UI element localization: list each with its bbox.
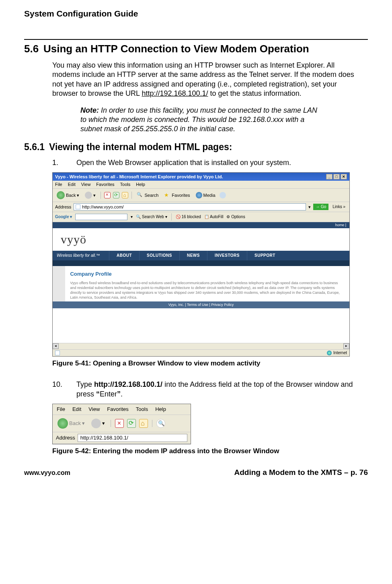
page-footer: www.vyyo.com Adding a Modem to the XMTS … [24,468,368,478]
address-dropdown[interactable]: ▾ [308,204,311,210]
vyyo-subbar [53,260,349,266]
note-label: Note: [80,106,99,114]
back-label: Back [69,420,81,427]
step-text: Open the Web Browser application that is… [76,158,360,167]
refresh-icon[interactable] [113,192,119,198]
subsection-title: Viewing the internal modem HTML pages: [49,141,232,153]
vyyo-top-link[interactable]: home | [53,222,349,228]
zone-label: Internet [333,351,347,355]
forward-button[interactable]: ▾ [83,191,97,200]
menu-tools[interactable]: Tools [136,406,148,413]
note-block: Note: In order to use this facility, you… [80,106,320,134]
address-label: Address [56,435,75,441]
nav-investors[interactable]: INVESTORS [207,251,247,260]
search-button[interactable]: Search [135,191,160,199]
company-profile-text: Vyyo offers fixed wireless broadband end… [70,281,345,300]
google-dropdown[interactable]: ▾ [131,215,133,219]
modem-url: http://192.168.100.1/ [142,89,208,97]
refresh-icon[interactable] [127,419,136,428]
google-searchweb-button[interactable]: 🔍 Search Web ▾ [136,215,167,219]
ie-addressbar: Address http://www.vyyo.com/ ▾ → Go Link… [53,202,349,212]
ie-menubar: File Edit View Favorites Tools Help [53,181,349,189]
nav-support[interactable]: SUPPORT [247,251,283,260]
go-label: Go [321,204,326,209]
subsection-heading: 5.6.1 Viewing the internal modem HTML pa… [24,141,368,153]
address-input[interactable]: http://192.168.100.1/ [78,434,187,442]
scroll-right-icon[interactable]: ▸ [343,343,349,349]
section-heading: 5.6 Using an HTTP Connection to View Mod… [24,42,368,56]
google-options[interactable]: ⚙ Options [226,215,245,219]
search-icon[interactable] [156,419,165,428]
menu-help[interactable]: Help [155,406,166,413]
section-number: 5.6 [24,42,43,56]
ie-titlebar[interactable]: Vyyo - Wireless liberty for all - Micros… [53,173,349,181]
step-text: Type http://192.168.100.1/ into the Addr… [76,380,360,399]
section-paragraph: You may also view this information using… [52,61,360,99]
search-label: Search [144,193,158,198]
menu-view[interactable]: View [88,406,100,413]
vyyo-main: Company Profile Vyyo offers fixed wirele… [65,266,349,301]
horizontal-scrollbar[interactable]: ◂ ▸ [53,343,349,349]
section-title: Using an HTTP Connection to View Modem O… [43,42,309,56]
menu-edit[interactable]: Edit [68,182,76,187]
address-value: http://192.168.100.1/ [80,435,128,441]
forward-icon [85,192,92,199]
menu-favorites[interactable]: Favorites [107,406,128,413]
step-10: 10. Type http://192.168.100.1/ into the … [52,380,360,399]
separator [131,192,132,199]
nav-solutions[interactable]: SOLUTIONS [139,251,179,260]
search-icon [137,192,143,198]
nav-about[interactable]: ABOUT [109,251,139,260]
back-button[interactable]: Back ▾ [56,417,86,429]
close-button[interactable]: ✕ [341,174,347,180]
minimize-button[interactable]: _ [326,174,332,180]
menu-edit[interactable]: Edit [72,406,81,413]
favorites-button[interactable]: Favorites [162,191,191,199]
go-button[interactable]: → Go [313,204,328,210]
google-logo: Google ▾ [55,215,72,219]
links-button[interactable]: Links » [331,204,347,209]
menu-help[interactable]: Help [136,182,145,187]
vyyo-body: Company Profile Vyyo offers fixed wirele… [53,266,349,301]
ie-addressbar: Address http://192.168.100.1/ [53,432,191,444]
menu-tools[interactable]: Tools [120,182,131,187]
menu-file[interactable]: File [57,406,65,413]
google-search-input[interactable] [75,214,127,220]
address-input[interactable]: http://www.vyyo.com/ [74,203,306,210]
stop-icon[interactable] [104,192,111,198]
page-icon [55,351,60,355]
maximize-button[interactable]: □ [333,174,340,180]
menu-favorites[interactable]: Favorites [96,182,114,187]
google-autofill[interactable]: 📋 AutoFill [204,215,224,219]
figure-5-42: File Edit View Favorites Tools Help Back… [52,404,368,456]
google-blocked[interactable]: 🚫 16 blocked [176,215,201,219]
menu-view[interactable]: View [81,182,91,187]
home-icon[interactable] [139,419,148,428]
nav-news[interactable]: NEWS [179,251,207,260]
forward-icon [91,419,101,428]
media-label: Media [203,193,215,198]
subsection-number: 5.6.1 [24,141,49,153]
vyyo-sidebar [53,266,65,301]
vyyo-footer[interactable]: Vyyo, Inc. | Terms of Use | Privacy Poli… [53,301,349,308]
history-icon[interactable] [220,192,226,198]
separator [171,213,172,221]
vyyo-slogan: Wireless liberty for all.™ [53,251,109,260]
stop-icon[interactable] [115,419,124,428]
footer-url: www.vyyo.com [24,469,70,477]
home-icon[interactable] [122,192,128,198]
ie-menubar: File Edit View Favorites Tools Help [53,404,191,415]
media-button[interactable]: Media [194,191,217,199]
forward-button[interactable]: ▾ [90,418,107,429]
figure-5-42-caption: Figure 5-42: Entering the modem IP addre… [52,447,368,456]
scroll-left-icon[interactable]: ◂ [53,343,59,349]
para-text-tail: to get the status information. [208,89,302,97]
footer-page: Adding a Modem to the XMTS – p. 76 [234,468,368,478]
menu-file[interactable]: File [55,182,62,187]
step-url: http://192.168.100.1/ [94,380,162,388]
back-icon [57,191,65,199]
back-button[interactable]: Back ▾ [55,190,81,200]
vyyo-logo: vyyö [53,228,349,251]
doc-title: System Configuration Guide [24,8,368,19]
vyyo-nav: Wireless liberty for all.™ ABOUT SOLUTIO… [53,251,349,260]
